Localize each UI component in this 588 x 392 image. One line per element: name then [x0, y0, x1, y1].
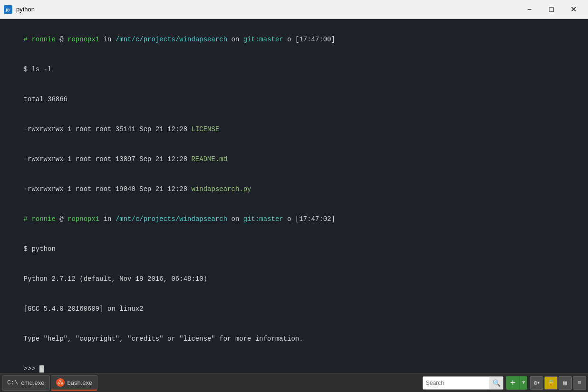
terminal-cursor: [39, 365, 44, 373]
time-1: [17:47:00]: [295, 36, 335, 43]
search-icon: 🔍: [492, 379, 501, 387]
ubuntu-icon: [56, 378, 65, 387]
chevron-down-icon: ▼: [522, 380, 525, 385]
path-1: /mnt/c/projects/windapsearch: [116, 36, 227, 43]
search-box[interactable]: 🔍: [423, 376, 503, 390]
window-title: python: [16, 6, 35, 13]
lock-button[interactable]: 🔒: [544, 376, 558, 390]
gcc-line: [GCC 5.4.0 20160609] on linux2: [8, 294, 580, 324]
type-line: Type "help", "copyright", "credits" or "…: [8, 324, 580, 354]
hostname-1: ropnopx1: [67, 36, 99, 43]
new-tab-button-group[interactable]: + ▼: [506, 376, 527, 390]
taskbar-item-cmd[interactable]: C:\ cmd.exe: [2, 375, 50, 391]
lock-icon: 🔒: [547, 379, 555, 387]
branch-1: master: [259, 36, 283, 43]
python-version-line: Python 2.7.12 (default, Nov 19 2016, 06:…: [8, 264, 580, 294]
taskbar-buttons: + ▼ ⚙ ▼ 🔒 ▦ ≡: [506, 376, 586, 390]
path-2: /mnt/c/projects/windapsearch: [116, 215, 227, 223]
ls-cmd: ls -l: [31, 66, 51, 73]
cmd-label: cmd.exe: [21, 379, 44, 386]
bash-label: bash.exe: [67, 379, 93, 386]
username-1: ronnie: [31, 36, 55, 43]
hostname-2: ropnopx1: [67, 215, 99, 223]
new-tab-button[interactable]: +: [506, 376, 520, 390]
terminal-area[interactable]: # ronnie @ ropnopx1 in /mnt/c/projects/w…: [0, 19, 588, 373]
title-bar: py python − □ ✕: [0, 0, 588, 19]
svg-point-6: [58, 383, 59, 384]
git-label-1: git:: [243, 36, 260, 43]
plus-icon: +: [511, 378, 516, 388]
taskbar: C:\ cmd.exe bash.exe 🔍: [0, 373, 588, 392]
close-button[interactable]: ✕: [562, 2, 584, 17]
time-2: [17:47:02]: [295, 215, 335, 223]
git-label-2: git:: [243, 215, 260, 223]
prompt-hash-1: #: [24, 36, 32, 43]
prompt-line-2: # ronnie @ ropnopx1 in /mnt/c/projects/w…: [8, 204, 580, 234]
cmd-icon: C:\: [7, 379, 18, 386]
minimize-button[interactable]: −: [519, 2, 540, 17]
file-row-2: -rwxrwxrwx 1 root root 13897 Sep 21 12:2…: [8, 144, 580, 174]
app-icon: py: [4, 5, 12, 14]
command-line-2: $ python: [8, 234, 580, 264]
file-row-3: -rwxrwxrwx 1 root root 19040 Sep 21 12:2…: [8, 174, 580, 204]
file-row-1: -rwxrwxrwx 1 root root 35141 Sep 21 12:2…: [8, 115, 580, 144]
svg-point-5: [60, 380, 61, 381]
python-cmd: python: [31, 245, 55, 253]
search-input[interactable]: [423, 380, 490, 386]
more-icon: ≡: [578, 379, 581, 386]
new-tab-dropdown[interactable]: ▼: [520, 376, 527, 390]
layout-icon: ▦: [563, 379, 567, 387]
total-line: total 36866: [8, 85, 580, 115]
more-options-button[interactable]: ≡: [573, 376, 586, 390]
window-controls: − □ ✕: [519, 2, 584, 17]
taskbar-item-bash[interactable]: bash.exe: [51, 375, 98, 391]
svg-point-7: [61, 383, 62, 384]
repl-prompt-line: >>>: [8, 354, 580, 373]
command-line-1: $ ls -l: [8, 55, 580, 85]
branch-2: master: [259, 215, 283, 223]
title-bar-left: py python: [4, 5, 35, 14]
layout-button[interactable]: ▦: [559, 376, 572, 390]
settings-icon: ⚙: [534, 379, 538, 387]
username-2: ronnie: [31, 215, 55, 223]
maximize-button[interactable]: □: [540, 2, 562, 17]
prompt-hash-2: #: [24, 215, 32, 223]
prompt-line-1: # ronnie @ ropnopx1 in /mnt/c/projects/w…: [8, 25, 580, 55]
settings-chevron-icon: ▼: [538, 381, 540, 385]
search-button[interactable]: 🔍: [490, 376, 503, 390]
settings-button[interactable]: ⚙ ▼: [530, 376, 543, 390]
